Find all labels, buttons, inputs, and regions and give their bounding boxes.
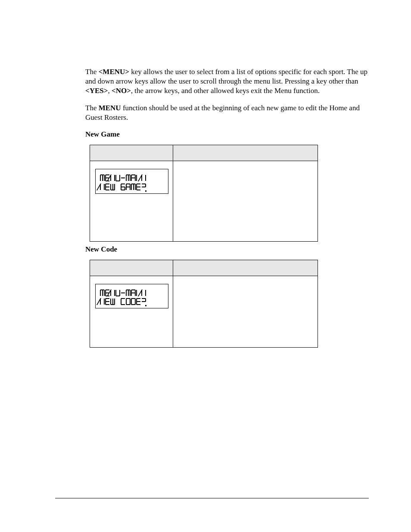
table-cell-right xyxy=(173,161,318,241)
text: function should be used at the beginning… xyxy=(85,104,360,121)
lcd-display-newcode xyxy=(95,284,168,308)
lcd-line xyxy=(100,182,164,191)
table-cell-lcd xyxy=(90,276,173,347)
text: , the arrow keys, and other allowed keys… xyxy=(131,87,320,95)
table-header-right xyxy=(173,260,318,276)
table-header-left xyxy=(90,145,173,161)
heading-new-game: New Game xyxy=(85,130,368,139)
text: The xyxy=(85,68,99,76)
key-menu-word: MENU xyxy=(99,104,121,112)
table-header-left xyxy=(90,260,173,276)
table-new-game xyxy=(90,145,318,241)
lcd-display-newgame xyxy=(95,169,168,193)
key-yes: <YES> xyxy=(85,87,108,95)
table-cell-right xyxy=(173,276,318,347)
lcd-line xyxy=(100,297,164,306)
footer-rule xyxy=(55,498,369,498)
table-cell-lcd xyxy=(90,161,173,241)
lcd-line xyxy=(100,173,164,182)
key-menu: <MENU> xyxy=(99,68,129,76)
key-no: <NO> xyxy=(112,87,131,95)
paragraph-menu-key: The <MENU> key allows the user to select… xyxy=(85,67,368,96)
lcd-line xyxy=(100,288,164,297)
text: , xyxy=(108,87,112,95)
table-new-code xyxy=(90,260,318,348)
heading-new-code: New Code xyxy=(85,245,368,254)
text: The xyxy=(85,104,99,112)
paragraph-menu-function: The MENU function should be used at the … xyxy=(85,103,368,122)
table-header-right xyxy=(173,145,318,161)
